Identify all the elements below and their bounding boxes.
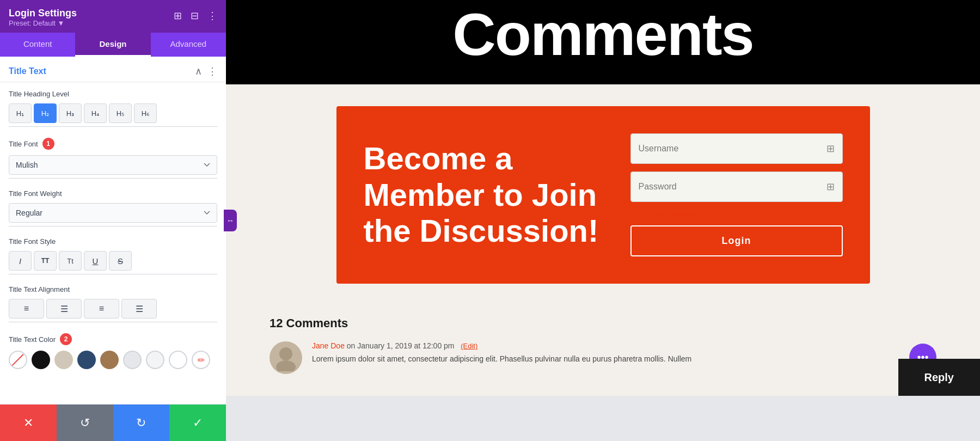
columns-icon[interactable]: ⊟ (191, 10, 199, 22)
color-swatch-nearwhite[interactable] (146, 351, 164, 369)
section-title-bar: Title Text ∧ ⋮ (0, 57, 226, 82)
settings-panel: Login Settings Preset: Default ▼ ⊞ ⊟ ⋮ C… (0, 0, 226, 441)
password-input[interactable] (639, 182, 826, 192)
comment-item: Jane Doe on January 1, 2019 at 12:00 pm … (270, 341, 936, 374)
panel-expand-handle[interactable]: ↔ (224, 210, 237, 231)
heading-level-buttons: H₁ H₂ H₃ H₄ H₅ H₆ (9, 103, 217, 123)
section-more-icon[interactable]: ⋮ (207, 65, 217, 77)
divider-4 (9, 274, 217, 274)
tab-advanced[interactable]: Advanced (151, 33, 226, 57)
heading-btn-h6[interactable]: H₆ (134, 103, 157, 123)
divider-1 (9, 126, 217, 127)
cancel-button[interactable]: ✕ (0, 405, 57, 441)
style-btn-italic[interactable]: I (9, 251, 32, 271)
tab-content[interactable]: Content (0, 33, 75, 57)
username-input[interactable] (639, 144, 826, 154)
password-icon: ⊞ (826, 181, 835, 193)
divider-2 (9, 178, 217, 179)
comment-meta: Jane Doe on January 1, 2019 at 12:00 pm … (312, 341, 899, 350)
color-swatch-black[interactable] (32, 351, 50, 369)
style-btn-underline[interactable]: U (84, 251, 107, 271)
comment-author: Jane Doe (312, 341, 345, 350)
heading-btn-h1[interactable]: H₁ (9, 103, 32, 123)
section-title: Title Text (9, 66, 46, 76)
comment-date: on January 1, 2019 at 12:00 pm (347, 341, 455, 350)
title-text-alignment-label: Title Text Alignment (9, 285, 217, 293)
undo-button[interactable]: ↺ (57, 405, 113, 441)
title-font-label: Title Font 1 (9, 138, 217, 150)
color-swatch-lightgray[interactable] (123, 351, 142, 369)
align-btn-left[interactable]: ≡ (9, 299, 44, 318)
comment-text: Lorem ipsum dolor sit amet, consectetur … (312, 353, 899, 365)
expand-icon[interactable]: ⊞ (174, 10, 182, 22)
hero-title: Comments (452, 4, 753, 64)
title-text-alignment-group: Title Text Alignment ≡ ☰ ≡ ☰ (0, 278, 226, 322)
align-btn-right[interactable]: ≡ (84, 299, 119, 318)
align-btn-center[interactable]: ☰ (46, 299, 82, 318)
panel-footer: ✕ ↺ ↻ ✓ (0, 404, 226, 441)
panel-body: Title Text ∧ ⋮ Title Heading Level H₁ H₂… (0, 57, 226, 441)
collapse-icon[interactable]: ∧ (195, 65, 202, 77)
title-font-style-buttons: I TT Tt U S (9, 251, 217, 271)
title-font-weight-label: Title Font Weight (9, 189, 217, 198)
color-swatch-brown[interactable] (100, 351, 119, 369)
title-text-color-badge: 2 (60, 333, 72, 345)
reply-button[interactable]: Reply (898, 359, 980, 396)
align-btn-justify[interactable]: ☰ (121, 299, 157, 318)
password-field[interactable]: ⊞ (630, 171, 843, 202)
heading-btn-h4[interactable]: H₄ (84, 103, 107, 123)
style-btn-strikethrough[interactable]: S (109, 251, 132, 271)
login-section: Become a Member to Join the Discussion! … (226, 84, 980, 305)
section-title-icons: ∧ ⋮ (195, 65, 217, 77)
heading-level-group: Title Heading Level H₁ H₂ H₃ H₄ H₅ H₆ (0, 82, 226, 126)
color-swatch-beige[interactable] (54, 351, 73, 369)
comment-body: Jane Doe on January 1, 2019 at 12:00 pm … (312, 341, 899, 365)
style-btn-uppercase[interactable]: TT (34, 251, 57, 271)
divider-5 (9, 322, 217, 322)
title-font-badge: 1 (42, 138, 54, 150)
login-button[interactable]: Login (630, 225, 843, 256)
svg-point-0 (279, 347, 292, 360)
color-swatch-transparent[interactable] (9, 351, 27, 369)
title-font-group: Title Font 1 Mulish (0, 130, 226, 178)
title-font-style-label: Title Font Style (9, 237, 217, 246)
heading-btn-h2[interactable]: H₂ (34, 103, 57, 123)
color-swatch-navy[interactable] (77, 351, 96, 369)
forgot-password-link[interactable]: Forgot your password? (630, 210, 843, 218)
heading-btn-h3[interactable]: H₃ (59, 103, 82, 123)
color-swatch-white[interactable] (169, 351, 187, 369)
color-custom-icon[interactable]: ✏ (192, 351, 210, 369)
heading-btn-h5[interactable]: H₅ (109, 103, 132, 123)
redo-button[interactable]: ↻ (113, 405, 170, 441)
heading-level-label: Title Heading Level (9, 90, 217, 98)
comments-section: 12 Comments Jane Doe on January 1, 2019 … (226, 305, 980, 396)
panel-tabs: Content Design Advanced (0, 33, 226, 57)
comments-count: 12 Comments (270, 316, 936, 330)
title-font-weight-select[interactable]: Regular (9, 203, 217, 223)
title-font-style-group: Title Font Style I TT Tt U S (0, 230, 226, 274)
title-font-select[interactable]: Mulish (9, 155, 217, 175)
panel-preset[interactable]: Preset: Default ▼ (9, 19, 77, 27)
panel-title-group: Login Settings Preset: Default ▼ (9, 8, 77, 27)
avatar-silhouette-svg (272, 344, 299, 371)
username-icon: ⊞ (826, 143, 835, 155)
login-card: Become a Member to Join the Discussion! … (336, 106, 870, 284)
divider-3 (9, 226, 217, 226)
username-field[interactable]: ⊞ (630, 133, 843, 164)
hero-section: Comments (226, 0, 980, 84)
comment-edit-link[interactable]: (Edit) (461, 342, 477, 350)
comment-avatar (270, 341, 302, 374)
title-font-weight-group: Title Font Weight Regular (0, 182, 226, 226)
title-text-color-label: Title Text Color 2 (9, 333, 217, 345)
style-btn-capitalize[interactable]: Tt (59, 251, 82, 271)
tab-design[interactable]: Design (75, 33, 150, 57)
login-form: ⊞ ⊞ Forgot your password? Login (630, 133, 843, 256)
save-button[interactable]: ✓ (169, 405, 226, 441)
title-text-color-group: Title Text Color 2 ✏ (0, 326, 226, 372)
color-swatches: ✏ (9, 351, 217, 369)
panel-header: Login Settings Preset: Default ▼ ⊞ ⊟ ⋮ (0, 0, 226, 33)
more-icon[interactable]: ⋮ (207, 10, 217, 22)
panel-title: Login Settings (9, 8, 77, 19)
svg-point-1 (276, 360, 296, 371)
main-content: Comments Become a Member to Join the Dis… (226, 0, 980, 441)
